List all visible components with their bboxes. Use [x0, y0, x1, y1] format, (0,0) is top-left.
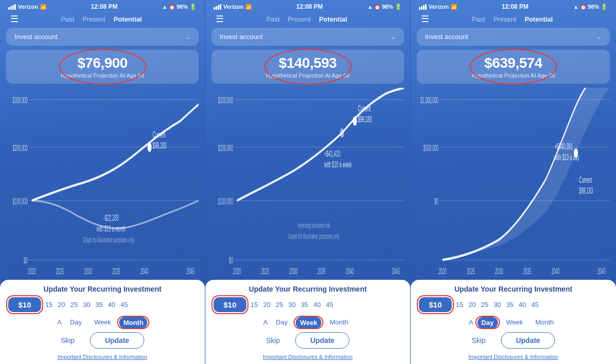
svg-text:$1,000,000: $1,000,000 [420, 96, 438, 105]
period-option-day[interactable]: Day [272, 316, 292, 328]
slider-value[interactable]: 20 [263, 301, 270, 309]
svg-point-14 [147, 142, 151, 152]
svg-text:$200,000: $200,000 [218, 143, 233, 152]
disclosure-link[interactable]: Important Disclosures & Information [214, 352, 402, 361]
amount-input[interactable] [8, 297, 41, 312]
bottom-section: Update Your Recurring Investment 1520253… [411, 280, 616, 364]
slider-value[interactable]: 45 [121, 301, 128, 309]
period-option-day[interactable]: Day [66, 316, 86, 328]
slider-value[interactable]: 15 [251, 301, 258, 309]
slider-value[interactable]: 30 [288, 301, 295, 309]
account-card[interactable]: Invest account ⌄ [211, 28, 404, 46]
slider-value[interactable]: 35 [506, 301, 513, 309]
amount-input-wrapper [214, 297, 246, 312]
period-option-week[interactable]: Week [502, 316, 527, 328]
account-card[interactable]: Invest account ⌄ [417, 28, 610, 46]
skip-button[interactable]: Skip [472, 336, 486, 344]
tab-present[interactable]: Present [288, 15, 311, 23]
investment-row: 15202530354045 [419, 297, 608, 312]
disclosure-link[interactable]: Important Disclosures & Information [419, 352, 608, 361]
alarm-icon: ⏰ [374, 4, 380, 10]
amount-input[interactable] [214, 297, 246, 312]
menu-icon[interactable]: ☰ [421, 14, 429, 24]
chevron-down-icon: ⌄ [391, 33, 396, 41]
period-option-month[interactable]: Month [325, 316, 352, 328]
tab-past[interactable]: Past [266, 15, 280, 23]
update-button[interactable]: Update [295, 332, 349, 349]
svg-text:2040: 2040 [551, 267, 560, 276]
tab-potential[interactable]: Potential [319, 15, 347, 23]
nav-tabs: PastPresentPotential [266, 15, 348, 23]
nav-tabs: PastPresentPotential [61, 15, 142, 23]
period-option-week[interactable]: Week [296, 317, 321, 329]
chart-area: $300,000$200,000$100,000$020202025203020… [6, 88, 199, 278]
slider-numbers: 15202530354045 [456, 301, 608, 309]
status-left: Verizon 📶 [419, 4, 457, 10]
period-option-month[interactable]: Month [531, 316, 558, 328]
slider-value[interactable]: 40 [313, 301, 320, 309]
nav-bar: ☰PastPresentPotential [411, 12, 616, 28]
period-option-month[interactable]: Month [119, 317, 147, 329]
update-button[interactable]: Update [501, 332, 555, 349]
period-prefix: A [469, 318, 473, 326]
projection-label: Hypothetical Projection At Age 68 [14, 72, 190, 79]
svg-point-33 [353, 117, 357, 126]
location-icon: ▲ [162, 4, 167, 10]
slider-value[interactable]: 35 [95, 301, 103, 309]
period-row: A DayWeekMonth [8, 316, 197, 328]
projection-label: Hypothetical Projection At Age 68 [425, 72, 602, 79]
battery-icon: 🔋 [601, 4, 608, 10]
wifi-icon: 📶 [451, 4, 457, 10]
account-card[interactable]: Invest account ⌄ [6, 28, 199, 46]
tab-potential[interactable]: Potential [525, 15, 553, 23]
slider-value[interactable]: 15 [456, 301, 463, 309]
skip-button[interactable]: Skip [266, 336, 280, 344]
slider-value[interactable]: 30 [83, 301, 90, 309]
status-time: 12:08 PM [502, 3, 529, 10]
amount-input[interactable] [419, 297, 452, 312]
menu-icon[interactable]: ☰ [216, 14, 224, 24]
slider-value[interactable]: 35 [301, 301, 308, 309]
slider-value[interactable]: 45 [531, 301, 538, 309]
svg-text:Current$99,183: Current$99,183 [358, 104, 372, 124]
slider-value[interactable]: 45 [326, 301, 333, 309]
carrier-signal [8, 4, 16, 10]
slider-value[interactable]: 40 [108, 301, 115, 309]
skip-button[interactable]: Skip [61, 336, 74, 344]
tab-present[interactable]: Present [83, 15, 106, 23]
status-right: ▲ ⏰ 98% 🔋 [162, 4, 197, 10]
tab-potential[interactable]: Potential [113, 15, 142, 23]
slider-value[interactable]: 20 [57, 301, 65, 309]
battery-icon: 🔋 [189, 4, 197, 10]
svg-text:$0: $0 [434, 197, 438, 206]
tab-past[interactable]: Past [472, 15, 485, 23]
slider-value[interactable]: 20 [468, 301, 475, 309]
wifi-icon: 📶 [40, 4, 46, 10]
carrier-name: Verizon [429, 4, 449, 10]
slider-value[interactable]: 40 [518, 301, 526, 309]
chart-svg: $1,000,000$500,000$020202025203020352040… [417, 88, 610, 278]
slider-value[interactable]: 15 [45, 301, 52, 309]
period-option-day[interactable]: Day [477, 317, 498, 329]
chevron-down-icon: ⌄ [185, 33, 190, 41]
period-option-week[interactable]: Week [90, 316, 115, 328]
slider-value[interactable]: 25 [70, 301, 78, 309]
svg-text:$100,000: $100,000 [218, 197, 233, 206]
slider-value[interactable]: 25 [276, 301, 283, 309]
status-time: 12:08 PM [91, 3, 118, 10]
tab-present[interactable]: Present [493, 15, 516, 23]
tab-past[interactable]: Past [61, 15, 74, 23]
menu-icon[interactable]: ☰ [10, 14, 18, 24]
slider-value[interactable]: 25 [481, 301, 488, 309]
action-row: Skip Update [8, 332, 197, 349]
amount-input-wrapper [8, 297, 41, 312]
carrier-name: Verizon [223, 4, 243, 10]
carrier-signal [214, 4, 221, 10]
period-prefix: A [263, 318, 268, 326]
svg-text:$0: $0 [229, 256, 233, 265]
slider-value[interactable]: 30 [493, 301, 500, 309]
location-icon: ▲ [368, 4, 373, 10]
update-button[interactable]: Update [90, 332, 144, 349]
projection-card: $639,574 Hypothetical Projection At Age … [417, 50, 610, 84]
disclosure-link[interactable]: Important Disclosures & Information [8, 352, 197, 361]
